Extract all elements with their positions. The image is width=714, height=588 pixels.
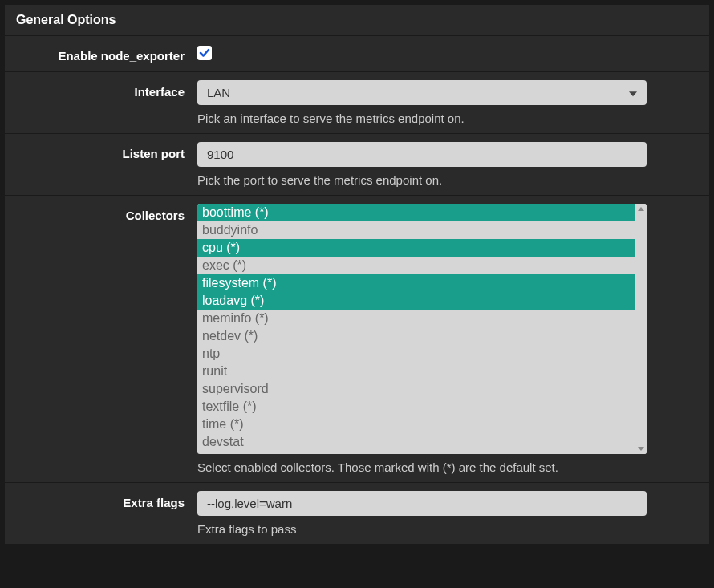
collectors-row: Collectors boottime (*)buddyinfocpu (*)e…	[5, 195, 709, 482]
collector-option[interactable]: ntp	[197, 345, 635, 363]
collector-option[interactable]: textfile (*)	[197, 398, 635, 416]
collector-option[interactable]: time (*)	[197, 416, 635, 433]
extra-flags-help: Extra flags to pass	[197, 522, 696, 536]
enable-row: Enable node_exporter	[5, 35, 709, 71]
interface-label: Interface	[5, 80, 197, 125]
collectors-label: Collectors	[5, 204, 197, 474]
panel-title: General Options	[5, 5, 709, 35]
listen-port-help: Pick the port to serve the metrics endpo…	[197, 173, 696, 187]
extra-flags-label: Extra flags	[5, 491, 197, 536]
collector-option[interactable]: cpu (*)	[197, 239, 635, 257]
interface-value: LAN	[207, 86, 230, 99]
collector-option[interactable]: loadavg (*)	[197, 292, 635, 310]
collector-option[interactable]: boottime (*)	[197, 204, 635, 221]
interface-help: Pick an interface to serve the metrics e…	[197, 112, 696, 125]
collector-option[interactable]: meminfo (*)	[197, 310, 635, 327]
listen-port-label: Listen port	[5, 142, 197, 187]
collector-option[interactable]: supervisord	[197, 380, 635, 398]
general-options-panel: General Options Enable node_exporter Int…	[5, 5, 709, 544]
interface-row: Interface LAN Pick an interface to serve…	[5, 71, 709, 133]
collector-option[interactable]: exec (*)	[197, 257, 635, 274]
collector-option[interactable]: devstat	[197, 433, 635, 451]
collectors-multiselect[interactable]: boottime (*)buddyinfocpu (*)exec (*)file…	[197, 204, 647, 454]
collector-option[interactable]: filesystem (*)	[197, 274, 635, 292]
collectors-help: Select enabled collectors. Those marked …	[197, 460, 696, 474]
scrollbar[interactable]	[635, 204, 647, 454]
extra-flags-input[interactable]	[197, 491, 647, 516]
collector-option[interactable]: netdev (*)	[197, 327, 635, 345]
extra-flags-row: Extra flags Extra flags to pass	[5, 482, 709, 544]
interface-select[interactable]: LAN	[197, 80, 647, 105]
enable-label: Enable node_exporter	[5, 44, 197, 63]
listen-port-row: Listen port Pick the port to serve the m…	[5, 133, 709, 195]
listen-port-input[interactable]	[197, 142, 647, 167]
collector-option[interactable]: runit	[197, 363, 635, 380]
collector-option[interactable]: buddyinfo	[197, 221, 635, 239]
enable-checkbox[interactable]	[197, 46, 212, 60]
check-icon	[198, 47, 211, 59]
